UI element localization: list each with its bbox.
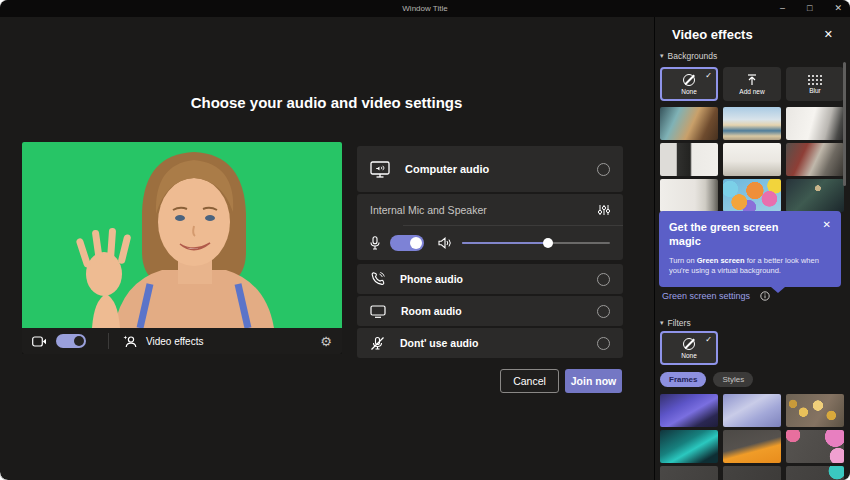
volume-thumb[interactable] [543,238,553,248]
camera-toggle[interactable] [56,334,86,348]
banner-body: Turn on Green screen for a better look w… [669,256,831,278]
chevron-down-icon: ▾ [660,319,664,327]
dont-use-audio-label: Dont' use audio [400,337,478,349]
cancel-button[interactable]: Cancel [500,369,559,393]
volume-fill [462,242,548,244]
frame-pink-petals[interactable] [786,430,844,463]
filter-category-pills: Frames Styles [660,372,753,387]
computer-audio-option[interactable]: Computer audio [357,146,623,192]
panel-scrollbar[interactable] [843,62,846,186]
backgrounds-section-label: Backgrounds [668,51,718,61]
frame-gold-bokeh[interactable] [786,394,844,427]
frames-pill[interactable]: Frames [660,372,706,387]
filters-section-label: Filters [668,318,691,328]
phone-audio-icon [370,272,385,287]
green-screen-settings-link[interactable]: Green screen settings [662,291,750,301]
video-effects-panel: Video effects ✕ ▾ Backgrounds None ✓ Add… [654,17,850,480]
info-icon[interactable] [760,291,770,301]
phone-audio-option[interactable]: Phone audio [357,264,623,294]
frame-purple-wave[interactable] [660,394,718,427]
background-preset-tiles: None ✓ Add new Blur [660,67,844,101]
title-bar: Window Title – □ ✕ [0,0,850,17]
room-audio-label: Room audio [401,305,462,317]
audio-device-name: Internal Mic and Speaker [370,204,487,216]
toolbar-divider [108,333,109,349]
thumbnail-balloons[interactable] [723,179,781,212]
app-window: Window Title – □ ✕ Choose your audio and… [0,0,850,480]
background-thumbnails-grid [660,107,844,212]
dont-use-audio-radio[interactable] [597,337,610,350]
camera-feed [22,142,342,328]
settings-gear-icon[interactable]: ⚙ [320,335,332,348]
upload-icon [746,74,758,86]
thumbnail-dark-door-room[interactable] [660,143,718,176]
filter-thumbnails-grid [660,394,844,480]
background-add-new-tile[interactable]: Add new [723,67,781,101]
video-preview: Video effects ⚙ [22,142,342,354]
check-icon: ✓ [705,335,712,344]
speaker-icon [438,237,452,249]
backgrounds-section-header[interactable]: ▾ Backgrounds [660,51,717,61]
thumbnail-bright-window-room[interactable] [786,107,844,140]
page-title: Choose your audio and video settings [0,94,653,111]
computer-audio-label: Computer audio [405,163,489,175]
panel-close-icon[interactable]: ✕ [824,28,833,41]
none-icon [683,338,695,350]
mic-toggle[interactable] [390,235,424,251]
dont-use-audio-option[interactable]: Dont' use audio [357,328,623,358]
room-audio-icon [370,305,386,318]
styles-pill[interactable]: Styles [713,372,753,387]
minimize-button[interactable]: – [780,0,785,17]
volume-slider[interactable] [462,237,610,249]
frame-dark-2[interactable] [723,466,781,480]
maximize-button[interactable]: □ [807,0,812,17]
green-screen-banner: Get the green screen magic ✕ Turn on Gre… [659,211,841,287]
frame-orange-wave[interactable] [723,430,781,463]
computer-audio-radio[interactable] [597,163,610,176]
preview-toolbar: Video effects ⚙ [22,328,342,354]
thumbnail-office-teal[interactable] [660,107,718,140]
room-audio-radio[interactable] [597,305,610,318]
video-effects-button[interactable]: Video effects [146,336,203,347]
device-settings-card: Internal Mic and Speaker [357,194,623,260]
video-effects-icon [123,335,138,348]
thumbnail-loft-office[interactable] [786,143,844,176]
banner-pointer [771,287,785,293]
panel-title: Video effects [672,27,753,42]
thumbnail-beach-view[interactable] [723,107,781,140]
frame-lavender-wave[interactable] [723,394,781,427]
frame-teal-mesh[interactable] [660,430,718,463]
frame-teal-accent[interactable] [786,466,844,480]
device-options-icon[interactable] [598,204,610,216]
phone-audio-radio[interactable] [597,273,610,286]
filters-section-header[interactable]: ▾ Filters [660,318,691,328]
computer-audio-icon [370,161,390,178]
camera-icon [32,336,47,347]
filter-none-tile[interactable]: None ✓ [660,331,718,365]
background-none-tile[interactable]: None ✓ [660,67,718,101]
chevron-down-icon: ▾ [660,52,664,60]
thumbnail-dark-game-scene[interactable] [786,179,844,212]
background-blur-tile[interactable]: Blur [786,67,844,101]
phone-audio-label: Phone audio [400,273,463,285]
thumbnail-white-minimal-room[interactable] [723,143,781,176]
banner-title: Get the green screen magic [669,220,809,249]
mic-off-icon [370,336,385,351]
room-audio-option[interactable]: Room audio [357,296,623,326]
blur-icon [807,74,823,85]
thumbnail-white-wall-plant[interactable] [660,179,718,212]
close-button[interactable]: ✕ [834,0,842,17]
window-title: Window Title [402,4,447,13]
none-icon [683,74,695,86]
mic-icon [370,236,380,250]
join-now-button[interactable]: Join now [565,369,622,393]
frame-dark-1[interactable] [660,466,718,480]
banner-close-icon[interactable]: ✕ [823,219,831,230]
check-icon: ✓ [705,71,712,80]
